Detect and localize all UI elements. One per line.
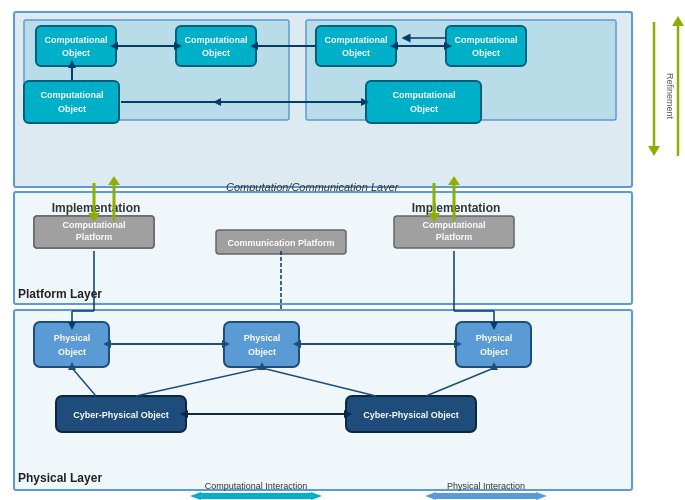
svg-text:Platform: Platform bbox=[76, 232, 113, 242]
svg-rect-9 bbox=[24, 81, 119, 123]
diagram-container: Computation/Communication Layer Computat… bbox=[0, 0, 685, 500]
svg-text:Object: Object bbox=[58, 347, 86, 357]
phys-obj-1: Physical bbox=[54, 333, 91, 343]
svg-rect-14 bbox=[316, 26, 396, 66]
comp-obj-5: Computational bbox=[455, 35, 518, 45]
cyber-phys-1: Cyber-Physical Object bbox=[73, 410, 169, 420]
svg-text:Object: Object bbox=[410, 104, 438, 114]
architecture-diagram: Computation/Communication Layer Computat… bbox=[6, 6, 685, 500]
physical-layer-label: Physical Layer bbox=[18, 471, 102, 485]
phys-obj-3: Physical bbox=[476, 333, 513, 343]
impl-label-right: Implementation bbox=[412, 201, 501, 215]
svg-rect-22 bbox=[366, 81, 481, 123]
physical-interaction-label: Physical Interaction bbox=[447, 481, 525, 491]
svg-text:Platform: Platform bbox=[436, 232, 473, 242]
cyber-phys-2: Cyber-Physical Object bbox=[363, 410, 459, 420]
svg-text:Object: Object bbox=[480, 347, 508, 357]
svg-marker-85 bbox=[672, 16, 684, 26]
svg-marker-87 bbox=[311, 492, 322, 500]
svg-marker-88 bbox=[190, 492, 201, 500]
svg-marker-91 bbox=[425, 492, 436, 500]
svg-marker-83 bbox=[648, 146, 660, 156]
comp-obj-3: Computational bbox=[41, 90, 104, 100]
svg-text:Object: Object bbox=[62, 48, 90, 58]
impl-label-left: Implementation bbox=[52, 201, 141, 215]
svg-text:Object: Object bbox=[342, 48, 370, 58]
platform-layer-label: Platform Layer bbox=[18, 287, 102, 301]
comp-obj-1: Computational bbox=[45, 35, 108, 45]
svg-rect-2 bbox=[36, 26, 116, 66]
comp-obj-4: Computational bbox=[325, 35, 388, 45]
svg-text:Object: Object bbox=[248, 347, 276, 357]
computational-interaction-label: Computational Interaction bbox=[205, 481, 308, 491]
phys-obj-2: Physical bbox=[244, 333, 281, 343]
svg-rect-4 bbox=[176, 26, 256, 66]
comp-obj-6: Computational bbox=[393, 90, 456, 100]
svg-text:Object: Object bbox=[202, 48, 230, 58]
refinement-label: Refinement bbox=[665, 73, 675, 120]
svg-text:Computational: Computational bbox=[423, 220, 486, 230]
svg-text:Object: Object bbox=[472, 48, 500, 58]
svg-rect-42 bbox=[224, 322, 299, 367]
svg-marker-90 bbox=[536, 492, 547, 500]
svg-text:Object: Object bbox=[58, 104, 86, 114]
comm-platform: Communication Platform bbox=[227, 238, 334, 248]
svg-rect-16 bbox=[446, 26, 526, 66]
comp-obj-2: Computational bbox=[185, 35, 248, 45]
